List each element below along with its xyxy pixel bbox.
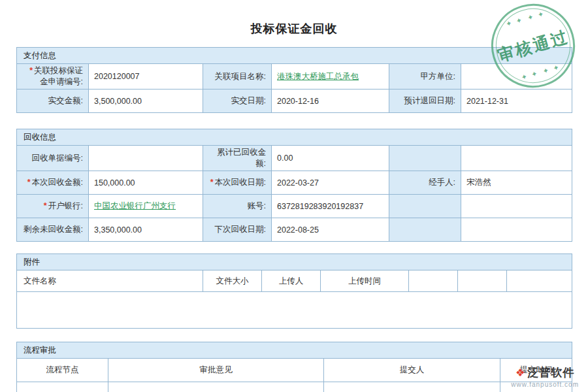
account-value: 6372819283920192837 <box>272 195 389 218</box>
approval-empty-cell <box>108 382 324 392</box>
page: 投标保证金回收 审核通过 支付信息 关联投标保证金申请编号: 202012000… <box>0 0 588 392</box>
approval-empty-cell <box>324 382 500 392</box>
total-recovered-value: 0.00 <box>272 146 389 171</box>
attachments-header-row: 文件名称 文件大小 上传人 上传时间 <box>17 270 572 292</box>
fanpu-brand-url: www.fanpusoft.com <box>511 381 579 388</box>
recovery-section-header: 回收信息 <box>17 129 572 146</box>
empty-header-cell <box>409 270 458 292</box>
table-row: 关联投标保证金申请编号: 2020120007 关联项目名称: 港珠澳大桥施工总… <box>17 64 572 90</box>
apply-no-value: 2020120007 <box>89 64 203 90</box>
column-header-upload-time: 上传时间 <box>321 270 409 292</box>
empty-label-cell <box>389 218 461 242</box>
payment-section-header: 支付信息 <box>17 48 572 64</box>
next-date-value: 2022-08-25 <box>272 218 389 242</box>
empty-header-cell <box>507 270 572 292</box>
approval-header-row: 流程节点 审批意见 提交人 提交时间 <box>17 359 572 382</box>
fanpu-brand-row: ❖ 泛普软件 <box>511 365 579 380</box>
empty-label-cell <box>389 146 461 171</box>
bank-label: 开户银行: <box>17 195 89 218</box>
bank-link[interactable]: 中国农业银行广州支行 <box>94 201 176 210</box>
payment-info-table: 支付信息 关联投标保证金申请编号: 2020120007 关联项目名称: 港珠澳… <box>16 47 572 113</box>
empty-value-cell <box>461 218 572 242</box>
approval-section-title: 流程审批 <box>17 342 572 359</box>
fanpu-logo-icon: ❖ <box>515 368 525 378</box>
account-label: 账号: <box>203 195 272 218</box>
table-row: 回收单据编号: 累计已回收金额: 0.00 <box>17 146 572 171</box>
project-name-link[interactable]: 港珠澳大桥施工总承包 <box>277 72 359 81</box>
column-header-flow-node: 流程节点 <box>17 359 108 382</box>
current-date-value: 2022-03-27 <box>272 171 389 195</box>
table-row: 实交金额: 3,500,000.00 实交日期: 2020-12-16 预计退回… <box>17 90 572 113</box>
column-header-uploader: 上传人 <box>262 270 321 292</box>
column-header-file-name: 文件名称 <box>17 270 203 292</box>
empty-value-cell <box>461 146 572 171</box>
current-amount-value: 150,000.00 <box>89 171 203 195</box>
column-header-submitter: 提交人 <box>324 359 500 382</box>
current-amount-label: 本次回收金额: <box>17 171 89 195</box>
next-date-label: 下次回收日期: <box>203 218 272 242</box>
return-date-value: 2021-12-31 <box>461 90 572 113</box>
remaining-value: 3,350,000.00 <box>89 218 203 242</box>
fanpu-brand: ❖ 泛普软件 www.fanpusoft.com <box>511 365 579 388</box>
current-date-label: 本次回收日期: <box>203 171 272 195</box>
attachments-empty-row <box>17 292 572 329</box>
fanpu-brand-name: 泛普软件 <box>527 365 574 380</box>
apply-no-label: 关联投标保证金申请编号: <box>17 64 89 90</box>
column-header-file-size: 文件大小 <box>203 270 262 292</box>
party-a-label: 甲方单位: <box>389 64 461 90</box>
approval-flow-table: 流程审批 流程节点 审批意见 提交人 提交时间 <box>16 342 572 392</box>
paid-amount-value: 3,500,000.00 <box>89 90 203 113</box>
doc-no-value <box>89 146 203 171</box>
page-title: 投标保证金回收 <box>0 0 588 37</box>
handler-value: 宋浩然 <box>461 171 572 195</box>
approval-section-header: 流程审批 <box>17 342 572 359</box>
attachments-section-header: 附件 <box>17 254 572 270</box>
table-row: 本次回收金额: 150,000.00 本次回收日期: 2022-03-27 经手… <box>17 171 572 195</box>
total-recovered-label: 累计已回收金额: <box>203 146 272 171</box>
recovery-section-title: 回收信息 <box>17 129 572 146</box>
approval-empty-cell <box>17 382 108 392</box>
recovery-info-table: 回收信息 回收单据编号: 累计已回收金额: 0.00 本次回收金额: 150,0… <box>16 129 572 242</box>
paid-date-value: 2020-12-16 <box>272 90 389 113</box>
paid-date-label: 实交日期: <box>203 90 272 113</box>
attachments-empty-cell <box>17 292 572 329</box>
doc-no-label: 回收单据编号: <box>17 146 89 171</box>
return-date-label: 预计退回日期: <box>389 90 461 113</box>
table-row: 剩余未回收金额: 3,350,000.00 下次回收日期: 2022-08-25 <box>17 218 572 242</box>
remaining-label: 剩余未回收金额: <box>17 218 89 242</box>
empty-header-cell <box>458 270 507 292</box>
empty-label-cell <box>389 195 461 218</box>
party-a-value <box>461 64 572 90</box>
attachments-table: 附件 文件名称 文件大小 上传人 上传时间 <box>16 253 572 329</box>
table-row: 开户银行: 中国农业银行广州支行 账号: 6372819283920192837 <box>17 195 572 218</box>
attachments-section-title: 附件 <box>17 254 572 270</box>
approval-empty-row <box>17 382 572 392</box>
column-header-approval-opinion: 审批意见 <box>108 359 324 382</box>
project-name-label: 关联项目名称: <box>203 64 272 90</box>
payment-section-title: 支付信息 <box>17 48 572 64</box>
empty-value-cell <box>461 195 572 218</box>
handler-label: 经手人: <box>389 171 461 195</box>
paid-amount-label: 实交金额: <box>17 90 89 113</box>
